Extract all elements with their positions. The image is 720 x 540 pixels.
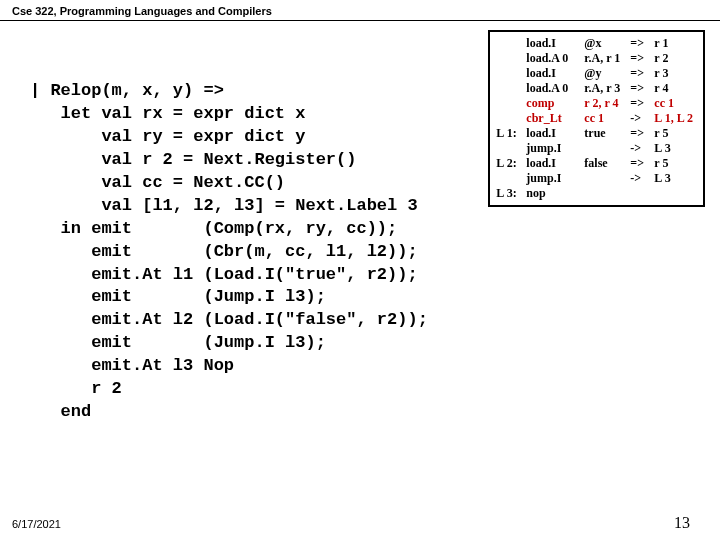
- assembly-row: compr 2, r 4=>cc 1: [496, 96, 697, 111]
- assembly-cell: [496, 111, 526, 126]
- assembly-cell: L 3: [654, 141, 697, 156]
- code-block: | Relop(m, x, y) => let val rx = expr di…: [30, 80, 428, 424]
- course-header: Cse 322, Programming Languages and Compi…: [12, 5, 272, 17]
- assembly-cell: =>: [630, 81, 654, 96]
- assembly-row: load.A 0r.A, r 3=>r 4: [496, 81, 697, 96]
- assembly-cell: L 1:: [496, 126, 526, 141]
- assembly-cell: =>: [630, 126, 654, 141]
- assembly-cell: =>: [630, 156, 654, 171]
- assembly-cell: [584, 141, 630, 156]
- assembly-box: load.I@x=>r 1load.A 0r.A, r 1=>r 2load.I…: [488, 30, 705, 207]
- assembly-table: load.I@x=>r 1load.A 0r.A, r 1=>r 2load.I…: [496, 36, 697, 201]
- assembly-cell: r 5: [654, 126, 697, 141]
- assembly-cell: L 3:: [496, 186, 526, 201]
- assembly-cell: @y: [584, 66, 630, 81]
- assembly-row: load.I@y=>r 3: [496, 66, 697, 81]
- assembly-cell: ->: [630, 141, 654, 156]
- assembly-cell: [584, 171, 630, 186]
- assembly-cell: r 5: [654, 156, 697, 171]
- assembly-cell: r 2, r 4: [584, 96, 630, 111]
- assembly-cell: cc 1: [654, 96, 697, 111]
- assembly-cell: jump.I: [526, 171, 584, 186]
- assembly-cell: r.A, r 3: [584, 81, 630, 96]
- assembly-cell: r 2: [654, 51, 697, 66]
- assembly-cell: [654, 186, 697, 201]
- assembly-cell: load.I: [526, 66, 584, 81]
- assembly-cell: [496, 96, 526, 111]
- footer-date: 6/17/2021: [12, 518, 61, 530]
- assembly-cell: L 3: [654, 171, 697, 186]
- assembly-cell: @x: [584, 36, 630, 51]
- assembly-cell: L 1, L 2: [654, 111, 697, 126]
- assembly-row: L 3:nop: [496, 186, 697, 201]
- assembly-cell: [496, 51, 526, 66]
- assembly-cell: =>: [630, 66, 654, 81]
- assembly-cell: comp: [526, 96, 584, 111]
- assembly-cell: load.I: [526, 126, 584, 141]
- assembly-cell: false: [584, 156, 630, 171]
- assembly-cell: [496, 141, 526, 156]
- assembly-row: load.A 0r.A, r 1=>r 2: [496, 51, 697, 66]
- assembly-cell: load.A 0: [526, 81, 584, 96]
- assembly-row: jump.I->L 3: [496, 141, 697, 156]
- assembly-row: jump.I->L 3: [496, 171, 697, 186]
- header-divider: [0, 20, 720, 21]
- assembly-cell: [630, 186, 654, 201]
- assembly-cell: r.A, r 1: [584, 51, 630, 66]
- assembly-cell: =>: [630, 51, 654, 66]
- assembly-row: L 2:load.Ifalse=>r 5: [496, 156, 697, 171]
- assembly-cell: jump.I: [526, 141, 584, 156]
- assembly-cell: cc 1: [584, 111, 630, 126]
- assembly-row: cbr_Ltcc 1->L 1, L 2: [496, 111, 697, 126]
- assembly-cell: [584, 186, 630, 201]
- assembly-cell: [496, 171, 526, 186]
- assembly-cell: L 2:: [496, 156, 526, 171]
- assembly-cell: [496, 66, 526, 81]
- assembly-cell: [496, 81, 526, 96]
- assembly-cell: ->: [630, 111, 654, 126]
- assembly-cell: load.A 0: [526, 51, 584, 66]
- footer-page: 13: [674, 514, 690, 532]
- assembly-cell: cbr_Lt: [526, 111, 584, 126]
- assembly-cell: =>: [630, 36, 654, 51]
- assembly-cell: [496, 36, 526, 51]
- assembly-row: L 1:load.Itrue=>r 5: [496, 126, 697, 141]
- assembly-cell: ->: [630, 171, 654, 186]
- assembly-cell: r 1: [654, 36, 697, 51]
- assembly-cell: load.I: [526, 36, 584, 51]
- assembly-cell: =>: [630, 96, 654, 111]
- assembly-cell: load.I: [526, 156, 584, 171]
- assembly-cell: nop: [526, 186, 584, 201]
- assembly-cell: true: [584, 126, 630, 141]
- assembly-row: load.I@x=>r 1: [496, 36, 697, 51]
- assembly-cell: r 3: [654, 66, 697, 81]
- assembly-cell: r 4: [654, 81, 697, 96]
